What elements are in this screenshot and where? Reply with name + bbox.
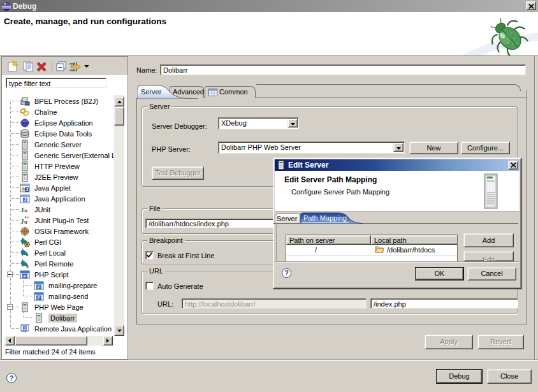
svg-text:J: J	[25, 187, 28, 192]
svg-text:u: u	[24, 207, 27, 214]
svg-text:J: J	[24, 326, 25, 330]
svg-text:J: J	[24, 198, 27, 202]
svg-text:P: P	[37, 294, 40, 300]
svg-text:P: P	[37, 284, 40, 289]
svg-text:P: P	[23, 273, 26, 279]
svg-text:u: u	[24, 219, 27, 225]
